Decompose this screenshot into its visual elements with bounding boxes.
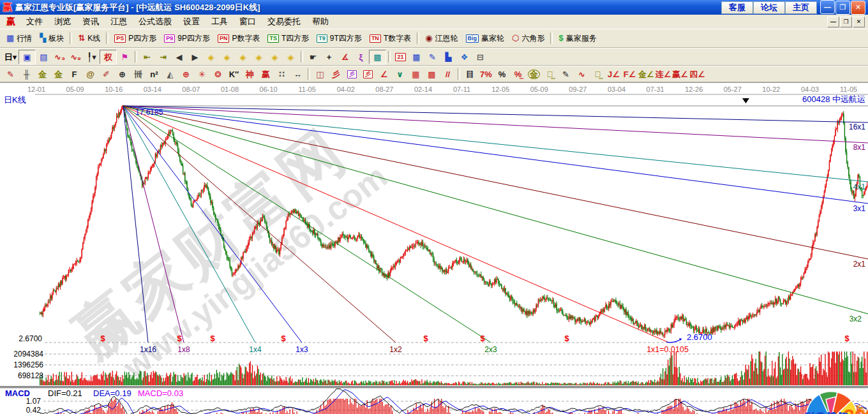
mdi-minimize-button[interactable]: — bbox=[827, 17, 839, 27]
print-button[interactable]: ⊟ bbox=[472, 50, 488, 64]
measure-grid-tool[interactable]: ∷ bbox=[274, 68, 290, 81]
diamond-expand-v-button[interactable]: ◈ bbox=[283, 50, 299, 64]
menu-gann[interactable]: 江恩 bbox=[105, 15, 133, 29]
menu-settings[interactable]: 设置 bbox=[177, 15, 206, 29]
gold-line-tool[interactable]: 金͇ bbox=[542, 68, 558, 81]
diamond-shift-right-button[interactable]: ◈ bbox=[219, 50, 235, 64]
j-angle-tool[interactable]: J∠ bbox=[606, 68, 622, 81]
wave-tool[interactable]: ∿ bbox=[574, 68, 590, 81]
pattern-box-button[interactable]: ▩ bbox=[369, 50, 386, 64]
menu-trade[interactable]: 交易委托 bbox=[262, 15, 306, 29]
customer-service-button[interactable]: 客服 bbox=[721, 1, 753, 14]
t9-square-button[interactable]: T99T四方形 bbox=[313, 33, 366, 45]
zoom-window-button[interactable]: ▣ bbox=[19, 50, 36, 64]
winner-service-button[interactable]: $赢家服务 bbox=[555, 33, 600, 45]
angle-pencil-tool[interactable]: ✐ bbox=[98, 68, 114, 81]
calendar-button[interactable]: 21 bbox=[393, 50, 408, 64]
p9-square-button[interactable]: P99P四方形 bbox=[160, 33, 214, 45]
goto-last-button[interactable]: ⇥ bbox=[155, 50, 171, 64]
mirror-tool[interactable]: ◭ bbox=[162, 68, 178, 81]
n-square-tool[interactable]: n² bbox=[146, 68, 162, 81]
gold-angle-tool[interactable]: 金∠ bbox=[638, 68, 655, 81]
info-list-button[interactable]: ▤ bbox=[36, 50, 52, 64]
grid-ruler-tool[interactable]: ╫ bbox=[19, 68, 34, 81]
t-number-table-button[interactable]: TNT数字表 bbox=[366, 33, 415, 45]
close-button[interactable]: ✕ bbox=[851, 1, 865, 15]
menu-tools[interactable]: 工具 bbox=[206, 15, 234, 29]
gann-circle-tool[interactable]: ⊕ bbox=[178, 68, 194, 81]
forum-button[interactable]: 论坛 bbox=[753, 1, 785, 14]
goto-first-button[interactable]: ⇤ bbox=[139, 50, 155, 64]
flag-chart-button[interactable]: ⚑ bbox=[117, 50, 133, 64]
gann-wheel-button[interactable]: ◉江恩轮 bbox=[421, 33, 461, 45]
fan-box-red-tool[interactable]: 彡 bbox=[360, 68, 376, 81]
ying-angle-tool[interactable]: 赢∠ bbox=[671, 68, 689, 81]
percent-tool[interactable]: % bbox=[494, 68, 510, 81]
gann-line-16x1[interactable] bbox=[123, 106, 868, 122]
quotes-button[interactable]: ▦行情 bbox=[3, 33, 36, 45]
red-grid-dense-tool[interactable]: ▩ bbox=[424, 68, 440, 81]
diamond-compress-v-button[interactable]: ◈ bbox=[267, 50, 283, 64]
p-square-button[interactable]: PSP四方形 bbox=[110, 33, 160, 45]
gold-circle-tool[interactable]: 金 bbox=[526, 68, 542, 81]
fan-lines-tool[interactable]: 彡 bbox=[328, 68, 344, 81]
fan-box-purple-tool[interactable]: 彡 bbox=[344, 68, 360, 81]
weight-restore-button[interactable]: 权 bbox=[100, 50, 117, 64]
calculator-button[interactable]: ▦ bbox=[408, 50, 424, 64]
percent-channel-tool[interactable]: 7% bbox=[478, 68, 494, 81]
sectors-button[interactable]: ▚板块 bbox=[36, 33, 68, 45]
pencil-tool[interactable]: ✎ bbox=[3, 68, 19, 81]
save-button[interactable]: ▙ bbox=[440, 50, 456, 64]
web-export-button[interactable]: ❖ bbox=[456, 50, 472, 64]
diamond-shift-left-button[interactable]: ◈ bbox=[203, 50, 219, 64]
angle-measure-button[interactable]: ∡ bbox=[337, 50, 353, 64]
hatch-tool[interactable]: // bbox=[440, 68, 456, 81]
indicator-3-button[interactable]: ∿₃ bbox=[52, 50, 68, 64]
minimize-button[interactable]: — bbox=[820, 0, 835, 14]
panel-splitter[interactable] bbox=[0, 386, 868, 388]
kline-chart[interactable]: 赢家财富网www.yingjia360.com12-0105-0910-1603… bbox=[0, 83, 868, 414]
ying-tool[interactable]: 赢 bbox=[258, 68, 274, 81]
stats-tool[interactable]: 目 bbox=[462, 68, 478, 81]
indicator-9-button[interactable]: ∿₉ bbox=[68, 50, 84, 64]
percent-line-tool[interactable]: %͇ bbox=[510, 68, 526, 81]
golden-grid-tool[interactable]: 金 bbox=[50, 68, 66, 81]
gann-shape-button[interactable]: ξ bbox=[353, 50, 369, 64]
width-ruler-tool[interactable]: ↔ bbox=[290, 68, 306, 81]
f-angle-tool[interactable]: F∠ bbox=[622, 68, 638, 81]
menu-file[interactable]: 文件 bbox=[20, 15, 49, 29]
crosshair-tool-button[interactable]: + bbox=[321, 50, 337, 64]
lian-angle-tool[interactable]: 连∠ bbox=[655, 68, 672, 81]
chart-area[interactable]: 赢家财富网www.yingjia360.com12-0105-0910-1603… bbox=[0, 82, 868, 414]
spiral-tool[interactable]: @ bbox=[82, 68, 98, 81]
frame-tool[interactable]: ◫ bbox=[312, 68, 328, 81]
marker-pencil-tool[interactable]: ✎ bbox=[558, 68, 574, 81]
menu-news[interactable]: 资讯 bbox=[77, 15, 105, 29]
red-grid-tool[interactable]: ▦ bbox=[408, 68, 424, 81]
shen-tool[interactable]: 神 bbox=[242, 68, 258, 81]
si-angle-tool[interactable]: 四∠ bbox=[689, 68, 706, 81]
gold-line2-tool[interactable]: 金͇ bbox=[590, 68, 606, 81]
hexagon-button[interactable]: ⬡六角形 bbox=[508, 33, 548, 45]
hand-tool-button[interactable]: ☛ bbox=[305, 50, 321, 64]
comb-grid-tool[interactable]: 卌 bbox=[130, 68, 146, 81]
menu-formula-stock-pick[interactable]: 公式选股 bbox=[133, 15, 177, 29]
menu-browse[interactable]: 浏览 bbox=[49, 15, 77, 29]
mdi-close-button[interactable]: ✕ bbox=[853, 17, 865, 27]
compass-tool[interactable]: ⊕ bbox=[114, 68, 130, 81]
prev-bar-button[interactable]: ◀ bbox=[171, 50, 187, 64]
period-dropdown[interactable]: 日▾ bbox=[3, 50, 19, 64]
mdi-restore-button[interactable]: ❐ bbox=[840, 17, 852, 27]
gann-grid-circle-tool[interactable]: ❂ bbox=[210, 68, 226, 81]
winner-wheel-button[interactable]: Big赢家轮 bbox=[462, 33, 509, 45]
diamond-compress-h-button[interactable]: ◈ bbox=[251, 50, 267, 64]
pin-dropdown[interactable]: ╿▾ bbox=[84, 50, 100, 64]
next-bar-button[interactable]: ▶ bbox=[187, 50, 203, 64]
rays-tool[interactable]: ∠ bbox=[376, 68, 392, 81]
menu-window[interactable]: 窗口 bbox=[234, 15, 262, 29]
gann-line-4x1[interactable] bbox=[123, 106, 868, 182]
fibonacci-tool[interactable]: F bbox=[66, 68, 82, 81]
kline-mark-tool[interactable]: K″ bbox=[226, 68, 242, 81]
menu-help[interactable]: 帮助 bbox=[306, 15, 334, 29]
restore-button[interactable]: ❐ bbox=[835, 1, 850, 15]
